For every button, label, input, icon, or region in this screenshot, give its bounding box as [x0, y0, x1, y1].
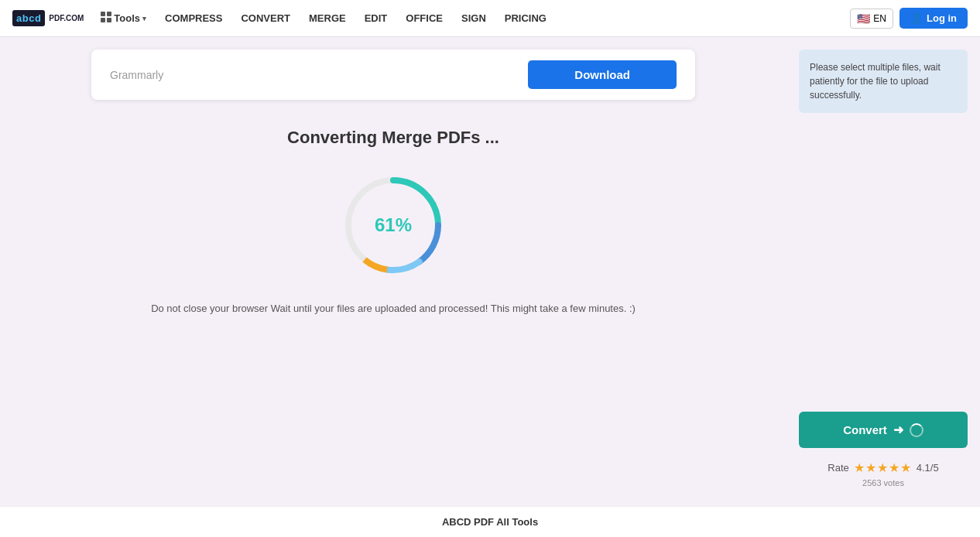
- tools-label: Tools: [114, 12, 140, 24]
- sidebar-inner: Please select multiple files, wait patie…: [799, 50, 968, 494]
- svg-rect-0: [101, 12, 105, 16]
- nav-item-tools[interactable]: Tools ▾: [93, 7, 154, 29]
- footer: ABCD PDF All Tools: [0, 506, 980, 537]
- arrow-circle-icon: ➜: [893, 422, 903, 437]
- nav-item-sign[interactable]: SIGN: [454, 8, 494, 29]
- logo-text: abcd: [16, 12, 41, 24]
- grammarly-label: Grammarly: [110, 69, 163, 81]
- progress-percent: 61%: [375, 214, 412, 236]
- logo-box: abcd: [12, 10, 45, 26]
- logo-pdf: PDF.COM: [49, 14, 84, 22]
- main-layout: Grammarly Download Converting Merge PDFs…: [0, 37, 980, 506]
- svg-rect-2: [101, 18, 105, 22]
- progress-circle: 61%: [339, 171, 447, 279]
- nav-item-office[interactable]: OFFICE: [398, 8, 451, 29]
- chevron-down-icon: ▾: [142, 15, 146, 22]
- converting-title: Converting Merge PDFs ...: [287, 128, 499, 148]
- right-sidebar: Please select multiple files, wait patie…: [786, 37, 980, 506]
- download-button[interactable]: Download: [528, 60, 677, 89]
- logo[interactable]: abcd PDF.COM: [12, 10, 84, 26]
- sidebar-convert-button[interactable]: Convert ➜: [799, 412, 968, 448]
- star-icons[interactable]: ★★★★★: [854, 460, 912, 475]
- login-label: Log in: [927, 12, 957, 24]
- converting-section: Converting Merge PDFs ...: [91, 112, 695, 332]
- svg-rect-3: [107, 18, 111, 22]
- top-bar: Grammarly Download: [91, 50, 695, 100]
- convert-label: Convert: [843, 423, 887, 436]
- sidebar-spacer: [799, 113, 968, 412]
- warning-text: Do not close your browser Wait until you…: [151, 301, 636, 316]
- center-content: Grammarly Download Converting Merge PDFs…: [0, 37, 786, 506]
- nav-item-convert[interactable]: CONVERT: [233, 8, 298, 29]
- rate-text: Rate: [828, 462, 848, 474]
- nav-items: Tools ▾ COMPRESS CONVERT MERGE EDIT OFFI…: [93, 7, 850, 29]
- lang-code: EN: [873, 13, 886, 24]
- votes-count: 2563 votes: [799, 478, 968, 487]
- loading-spinner-icon: [910, 423, 923, 437]
- footer-text: ABCD PDF All Tools: [442, 516, 538, 528]
- rating-score: 4.1/5: [917, 462, 939, 474]
- nav-item-merge[interactable]: MERGE: [301, 8, 354, 29]
- tools-grid-icon: [101, 12, 111, 25]
- sidebar-bottom: Convert ➜ Rate ★★★★★ 4.1/5 2563 votes: [799, 412, 968, 494]
- rate-label: Rate ★★★★★ 4.1/5: [799, 460, 968, 475]
- svg-rect-1: [107, 12, 111, 16]
- login-button[interactable]: 👤 Log in: [899, 8, 968, 29]
- nav-item-compress[interactable]: COMPRESS: [157, 8, 230, 29]
- user-icon: 👤: [910, 12, 923, 24]
- rating-area: Rate ★★★★★ 4.1/5 2563 votes: [799, 454, 968, 494]
- navbar: abcd PDF.COM Tools ▾ COMPRESS CONVERT ME…: [0, 0, 980, 37]
- flag-icon: 🇺🇸: [857, 12, 870, 25]
- sidebar-info-box: Please select multiple files, wait patie…: [799, 50, 968, 113]
- nav-right: 🇺🇸 EN 👤 Log in: [850, 8, 968, 29]
- language-button[interactable]: 🇺🇸 EN: [850, 9, 893, 29]
- nav-item-pricing[interactable]: PRICING: [497, 8, 554, 29]
- nav-item-edit[interactable]: EDIT: [357, 8, 396, 29]
